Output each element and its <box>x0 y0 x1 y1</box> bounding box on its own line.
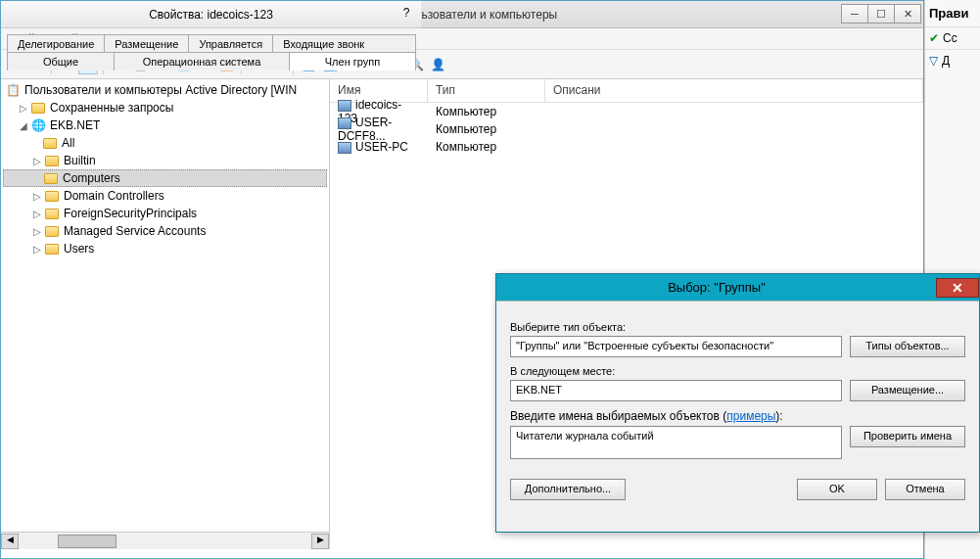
tab-dialin[interactable]: Входящие звонк <box>272 34 416 53</box>
location-label: В следующем месте: <box>510 365 965 377</box>
tree-managed-accounts[interactable]: ▷Managed Service Accounts <box>3 222 327 240</box>
location-field: EKB.NET <box>510 380 842 401</box>
select-groups-dialog: Выбор: "Группы" ✕ Выберите тип объекта: … <box>495 273 980 533</box>
tree-all[interactable]: All <box>3 134 327 152</box>
list-row[interactable]: USER-PC Компьютер <box>330 138 923 156</box>
tree-builtin[interactable]: ▷Builtin <box>3 152 327 169</box>
tree-users[interactable]: ▷Users <box>3 240 327 257</box>
tab-delegation[interactable]: Делегирование <box>7 34 105 53</box>
panel-item[interactable]: ✔Сс <box>925 27 980 49</box>
col-desc[interactable]: Описани <box>545 79 923 102</box>
ok-button[interactable]: OK <box>797 479 877 500</box>
tree-pane[interactable]: 📋Пользователи и компьютеры Active Direct… <box>1 79 330 549</box>
computer-icon <box>338 142 351 154</box>
panel-item[interactable]: ▽Д <box>925 50 980 71</box>
names-label: Введите имена выбираемых объектов (приме… <box>510 409 965 423</box>
tab-os[interactable]: Операционная система <box>114 52 290 70</box>
names-input[interactable]: Читатели журнала событий <box>510 426 842 459</box>
tree-foreign-security[interactable]: ▷ForeignSecurityPrincipals <box>3 205 327 222</box>
close-button[interactable]: ✕ <box>894 4 921 23</box>
object-type-field: "Группы" или "Встроенные субъекты безопа… <box>510 336 842 357</box>
tab-managed-by[interactable]: Управляется <box>188 34 273 53</box>
properties-title: Свойства: idecoics-123 <box>149 8 273 22</box>
tree-domain-controllers[interactable]: ▷Domain Controllers <box>3 187 327 205</box>
tree-saved-queries[interactable]: ▷Сохраненные запросы <box>3 99 327 116</box>
dialog-title: Выбор: "Группы" <box>496 280 937 295</box>
properties-titlebar[interactable]: Свойства: idecoics-123 ? <box>1 1 421 28</box>
object-types-button[interactable]: Типы объектов... <box>850 336 965 357</box>
add-icon[interactable]: 👤 <box>428 55 447 74</box>
minimize-button[interactable]: ─ <box>841 4 868 23</box>
tree-root[interactable]: 📋Пользователи и компьютеры Active Direct… <box>3 81 327 99</box>
object-type-label: Выберите тип объекта: <box>510 321 965 333</box>
tabs: Делегирование Размещение Управляется Вхо… <box>1 28 421 70</box>
col-type[interactable]: Тип <box>428 79 545 102</box>
cancel-button[interactable]: Отмена <box>885 479 965 500</box>
examples-link[interactable]: примеры <box>726 409 775 423</box>
tree-scrollbar[interactable]: ◀▶ <box>1 532 329 549</box>
actions-panel-title: Прави <box>925 0 980 27</box>
locations-button[interactable]: Размещение... <box>850 380 965 401</box>
check-names-button[interactable]: Проверить имена <box>850 426 965 447</box>
advanced-button[interactable]: Дополнительно... <box>510 479 626 500</box>
computer-icon <box>338 100 351 112</box>
tab-location[interactable]: Размещение <box>104 34 189 53</box>
dialog-titlebar[interactable]: Выбор: "Группы" ✕ <box>496 274 979 302</box>
tree-computers[interactable]: Computers <box>3 169 327 187</box>
tab-general[interactable]: Общие <box>7 52 115 70</box>
tree-domain[interactable]: ◢🌐EKB.NET <box>3 116 327 134</box>
maximize-button[interactable]: ☐ <box>867 4 895 23</box>
dialog-close-button[interactable]: ✕ <box>936 278 979 298</box>
close-icon[interactable]: ? <box>396 4 417 23</box>
tab-member-of[interactable]: Член групп <box>289 52 416 70</box>
computer-icon <box>338 117 351 129</box>
list-row[interactable]: USER-DCFF8... Компьютер <box>330 120 923 138</box>
